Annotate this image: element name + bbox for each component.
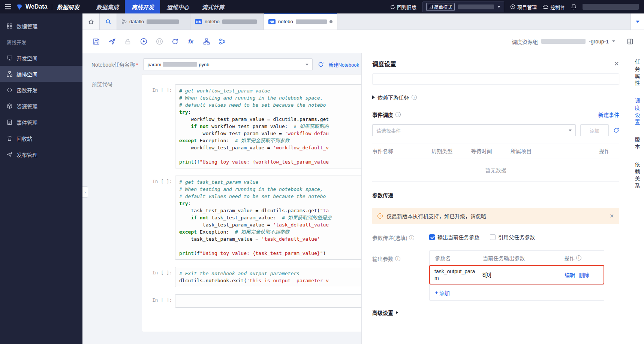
refresh-icon[interactable]: [170, 37, 180, 46]
brand[interactable]: WeData: [16, 3, 47, 10]
search-icon: [105, 19, 111, 25]
sidebar-item-function-dev[interactable]: 函数开发: [0, 82, 82, 98]
sidebar-item-recycle-bin[interactable]: 回收站: [0, 130, 82, 146]
alert-close-icon[interactable]: ✕: [610, 213, 614, 219]
add-param-link[interactable]: + 添加: [430, 284, 604, 300]
param-actions: 编辑 删除: [565, 271, 599, 278]
run-icon[interactable]: [139, 37, 148, 46]
edit-link[interactable]: 编辑: [565, 271, 575, 278]
workflow-icon: [7, 71, 12, 77]
unsaved-dot: [329, 20, 332, 23]
refresh-events-icon[interactable]: [613, 127, 619, 133]
back-to-old-version[interactable]: 回到旧版: [390, 3, 416, 10]
delete-link[interactable]: 删除: [579, 271, 589, 278]
pause-icon[interactable]: [154, 37, 164, 46]
close-icon[interactable]: ✕: [614, 60, 619, 68]
resource-group-suffix: -group-1: [589, 39, 609, 45]
chevron-down-icon: [306, 64, 309, 66]
event-table: 事件名称 周期类型 等待时间 所属项目 操作 暂无数据: [372, 143, 619, 182]
tab-label: dataflo: [129, 19, 144, 24]
lineage-icon[interactable]: [217, 37, 227, 46]
refresh-notebook-icon[interactable]: [318, 61, 324, 67]
info-icon: i: [412, 95, 417, 100]
home-tab[interactable]: [82, 13, 100, 30]
product-name[interactable]: 数据研发: [57, 3, 79, 11]
tab-notebook-2-active[interactable]: NB notebo: [264, 13, 337, 30]
save-icon[interactable]: [91, 37, 101, 46]
topnav-data-integration[interactable]: 数据集成: [90, 0, 125, 13]
cube-icon: [7, 103, 12, 109]
tab-bar: dataflo NB notebo NB notebo: [82, 13, 644, 30]
rail-tab-dependencies[interactable]: 依赖关系: [634, 162, 641, 190]
layout-grid-icon[interactable]: [625, 37, 635, 46]
brand-name: WeData: [25, 3, 47, 10]
sidebar-item-data-management[interactable]: 数据管理: [0, 18, 82, 34]
triangle-right-icon: [396, 311, 398, 314]
event-select[interactable]: 请选择事件: [372, 124, 576, 136]
param-table-header: 参数名 当前任务输出参数 操作 i: [430, 251, 604, 265]
rail-tab-versions[interactable]: 版本: [634, 137, 641, 151]
mode-selector[interactable]: 简单模式: [422, 1, 504, 12]
add-event-button[interactable]: 添加: [580, 124, 609, 136]
sidebar-section-offline-dev: 离线开发: [0, 34, 82, 50]
redacted-tab-name: [296, 19, 327, 24]
menu-icon[interactable]: [0, 0, 16, 13]
ref-parent-params-checkbox[interactable]: 引用父任务参数: [490, 233, 535, 241]
top-nav: 数据集成 离线开发 运维中心 流式计算: [90, 0, 231, 13]
sidebar-item-dev-space[interactable]: 开发空间: [0, 50, 82, 66]
submit-icon[interactable]: [107, 37, 117, 46]
event-select-row: 请选择事件 添加: [372, 124, 619, 136]
cloud-icon: [543, 4, 548, 9]
tab-list-dropdown[interactable]: [631, 13, 644, 30]
cell-prompt: In [ ]:: [147, 267, 172, 287]
project-management[interactable]: 项目管理: [510, 3, 537, 10]
pipeline-icon[interactable]: [202, 37, 211, 46]
event-table-header: 事件名称 周期类型 等待时间 所属项目 操作: [372, 143, 619, 158]
param-checkboxes: 输出当前任务参数 引用父任务参数: [429, 233, 535, 241]
lock-icon[interactable]: [123, 37, 133, 46]
info-icon: i: [576, 255, 581, 261]
tab-dataflow[interactable]: dataflo: [117, 13, 190, 30]
panel-header: 调度设置 ✕: [372, 59, 619, 68]
empty-state: 暂无数据: [372, 158, 619, 182]
sidebar-item-orchestration-space[interactable]: 编排空间: [0, 66, 82, 82]
rail-tab-task-properties[interactable]: 任务属性: [634, 59, 641, 88]
nb-badge: NB: [195, 19, 202, 24]
search-tab[interactable]: [100, 13, 117, 30]
topnav-offline-dev[interactable]: 离线开发: [125, 0, 160, 13]
downstream-collapse-row[interactable]: 依赖下游任务 i: [372, 94, 619, 101]
output-params-table: 参数名 当前任务输出参数 操作 i task_output_param $[0]…: [429, 250, 604, 301]
home-icon: [88, 19, 94, 25]
redacted-user-info[interactable]: [583, 4, 639, 10]
bell-icon[interactable]: [571, 4, 577, 10]
output-current-params-checkbox[interactable]: 输出当前任务参数: [429, 233, 479, 241]
rail-tab-scheduling-settings[interactable]: 调度设置: [634, 98, 641, 127]
send-icon: [7, 152, 12, 157]
topnav-stream-compute[interactable]: 流式计算: [195, 0, 231, 13]
version-alert: ! 仅最新版本执行机支持，如已升级，请忽略 ✕: [372, 208, 619, 224]
param-section-header: 参数传递: [372, 191, 619, 199]
left-sidebar: 数据管理 离线开发 开发空间 编排空间 函数开发 资源管理 事件管理 回: [0, 13, 82, 344]
param-row-highlighted[interactable]: task_output_param $[0] 编辑 删除: [429, 265, 604, 284]
console-link[interactable]: 控制台: [543, 3, 565, 10]
panel-expander-chevron[interactable]: ›: [82, 186, 88, 198]
cell-prompt: In [ ]:: [147, 294, 172, 308]
new-notebook-link[interactable]: 新建Notebook: [328, 61, 359, 68]
tab-notebook-1[interactable]: NB notebo: [190, 13, 264, 30]
monitor-icon: [7, 55, 12, 61]
topnav-ops-center[interactable]: 运维中心: [160, 0, 195, 13]
param-value: $[0]: [482, 272, 565, 278]
document-icon: [7, 119, 12, 125]
notebook-file-select[interactable]: param pynb: [143, 58, 313, 70]
right-rail: 任务属性 调度设置 版本 依赖关系: [630, 53, 644, 344]
sidebar-item-resource-management[interactable]: 资源管理: [0, 98, 82, 114]
output-params-label: 输出参数 i: [372, 250, 429, 262]
advanced-settings-toggle[interactable]: 高级设置: [372, 309, 619, 316]
sidebar-item-release-management[interactable]: 发布管理: [0, 146, 82, 162]
sidebar-item-event-management[interactable]: 事件管理: [0, 114, 82, 130]
resource-group-control[interactable]: 调度资源组 -group-1: [512, 37, 635, 46]
tab-label: notebo: [205, 19, 220, 24]
new-event-link[interactable]: 新建事件: [598, 111, 619, 118]
function-icon[interactable]: fx: [186, 37, 196, 46]
top-navbar: WeData 数据研发 数据集成 离线开发 运维中心 流式计算 回到旧版 简单模…: [0, 0, 644, 13]
